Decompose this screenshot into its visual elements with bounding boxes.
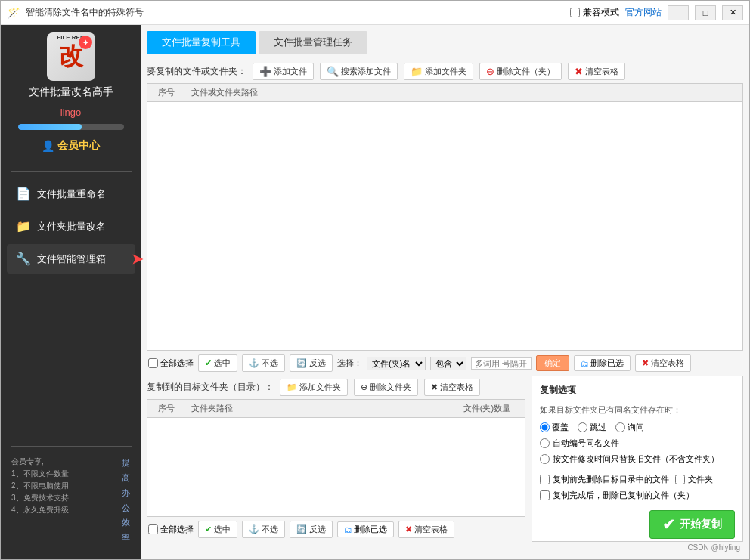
post-delete-check[interactable]: 复制完成后，删除已复制的文件（夹）	[540, 490, 735, 501]
member-center-btn[interactable]: 👤 会员中心	[42, 139, 100, 153]
delete-sel-label: 删除已选	[590, 357, 624, 369]
compatible-mode-checkbox[interactable]	[570, 8, 580, 17]
dest-clear-btn[interactable]: ✖ 清空表格	[424, 379, 480, 396]
title-bar: 🪄 智能清除文件名中的特殊符号 兼容模式 官方网站 — □ ✕	[1, 1, 749, 25]
clear-filter-label: 清空表格	[651, 357, 684, 369]
options-title: 复制选项	[540, 384, 735, 397]
filter-confirm-btn[interactable]: 确定	[536, 355, 569, 371]
pre-delete-checkbox[interactable]	[540, 475, 550, 484]
by-time-label: 按文件修改时间只替换旧文件（不含文件夹）	[553, 453, 719, 465]
ask-radio[interactable]: 询问	[615, 422, 644, 433]
dest-reverse-icon: 🔄	[296, 524, 307, 534]
reverse-btn[interactable]: 🔄 反选	[290, 354, 333, 372]
sidebar-item-rename[interactable]: 📄 文件批量重命名	[7, 179, 135, 209]
sidebar-item-smart[interactable]: 🔧 文件智能管理箱 ➤	[7, 244, 135, 274]
delete-selected-btn[interactable]: 🗂 删除已选	[574, 355, 631, 371]
delete-sel-icon: 🗂	[581, 359, 589, 368]
dest-table-header: 序号 文件夹路径 文件(夹)数量	[147, 400, 525, 418]
dest-del-folder-icon: ⊖	[361, 382, 367, 392]
dest-anchor-icon: ⚓	[249, 524, 259, 534]
filter-condition-select[interactable]: 包含	[430, 357, 466, 370]
uncheck-label: 不选	[262, 357, 278, 369]
del-file-btn[interactable]: ⊖ 删除文件（夹）	[479, 63, 562, 80]
csdn-credit: CSDN @hlyling	[147, 542, 743, 553]
minimize-button[interactable]: —	[668, 5, 689, 20]
dest-delete-sel-icon: 🗂	[344, 525, 352, 534]
start-copy-btn[interactable]: ✔ 开始复制	[649, 510, 735, 539]
tab-bar: 文件批量复制工具 文件批量管理任务	[141, 25, 749, 54]
dest-uncheck-btn[interactable]: ⚓ 不选	[242, 521, 285, 538]
tab-manage-tasks[interactable]: 文件批量管理任务	[259, 31, 367, 54]
filter-input[interactable]	[471, 357, 532, 370]
member-icon: 👤	[42, 140, 54, 152]
dest-select-all-label: 全部选择	[160, 524, 194, 535]
title-bar-right: 兼容模式 官方网站 — □ ✕	[570, 5, 743, 20]
auto-rename-check[interactable]: 自动编号同名文件	[540, 438, 735, 449]
magic-wand-icon: 🪄	[7, 7, 20, 19]
app-title: 文件批量改名高手	[29, 85, 113, 99]
uncheck-btn[interactable]: ⚓ 不选	[242, 354, 285, 372]
dest-select-all-check[interactable]: 全部选择	[148, 524, 194, 535]
select-checked-label: 选中	[214, 357, 231, 369]
add-folder-btn[interactable]: 📁 添加文件夹	[404, 63, 473, 80]
post-delete-checkbox[interactable]	[540, 490, 550, 500]
dest-del-folder-btn[interactable]: ⊖ 删除文件夹	[354, 379, 418, 396]
pre-delete-label: 复制前先删除目标目录中的文件	[553, 474, 669, 485]
dest-delete-sel-label: 删除已选	[354, 524, 387, 535]
dest-col-seq: 序号	[147, 403, 185, 414]
overwrite-label: 覆盖	[552, 422, 569, 433]
dest-select-checked-btn[interactable]: ✔ 选中	[198, 521, 237, 538]
dest-clear-table-label: 清空表格	[414, 524, 448, 535]
skip-label: 跳过	[590, 422, 606, 433]
dest-delete-selected-btn[interactable]: 🗂 删除已选	[337, 521, 394, 537]
progress-bar-fill	[18, 124, 82, 130]
select-all-checkbox[interactable]	[148, 358, 158, 368]
sidebar: FILE REN 改 ✦ 文件批量改名高手 lingo 👤 会员中心	[1, 25, 141, 559]
pre-delete-folder-checkbox[interactable]	[675, 475, 685, 484]
source-section-header: 要复制的文件或文件夹： ➕ 添加文件 🔍 搜索添加文件 📁 添加文件夹 ⊖	[147, 60, 743, 83]
skip-radio[interactable]: 跳过	[578, 422, 606, 433]
dest-clear-label: 清空表格	[440, 382, 473, 393]
sidebar-bottom: 会员专享, 1、不限文件数量 2、不限电脑使用 3、免费技术支持 4、永久免费升…	[1, 443, 141, 552]
dest-add-folder-btn[interactable]: 📁 添加文件夹	[280, 379, 348, 396]
arrow-indicator: ➤	[132, 251, 143, 268]
dest-reverse-btn[interactable]: 🔄 反选	[290, 521, 333, 538]
dest-clear-table-btn[interactable]: ✖ 清空表格	[398, 521, 454, 538]
select-checked-btn[interactable]: ✔ 选中	[198, 354, 237, 372]
efficiency-text: 提 高 办 公 效 率	[122, 456, 130, 546]
options-panel: 复制选项 如果目标文件夹已有同名文件存在时： 覆盖 跳过	[532, 376, 743, 542]
title-bar-left: 🪄 智能清除文件名中的特殊符号	[7, 6, 144, 19]
maximize-button[interactable]: □	[695, 5, 716, 20]
conflict-radio-group: 覆盖 跳过 询问	[540, 422, 735, 433]
clear-filter-table-btn[interactable]: ✖ 清空表格	[635, 354, 691, 372]
reverse-label: 反选	[309, 357, 326, 369]
add-file-label: 添加文件	[274, 66, 307, 77]
overwrite-radio[interactable]: 覆盖	[540, 422, 569, 433]
add-file-icon: ➕	[259, 66, 271, 77]
dest-select-all-checkbox[interactable]	[148, 524, 158, 534]
dest-clear-icon: ✖	[431, 382, 438, 392]
dest-section-header: 复制到的目标文件夹（目录）： 📁 添加文件夹 ⊖ 删除文件夹 ✖	[147, 376, 525, 399]
official-site-link[interactable]: 官方网站	[625, 6, 662, 19]
member-benefits-text: 会员专享, 1、不限文件数量 2、不限电脑使用 3、免费技术支持 4、永久免费升…	[11, 456, 122, 546]
pre-delete-check[interactable]: 复制前先删除目标目录中的文件 文件夹	[540, 474, 735, 485]
add-file-btn[interactable]: ➕ 添加文件	[253, 63, 314, 80]
sidebar-item-folder[interactable]: 📁 文件夹批量改名	[7, 212, 135, 241]
select-all-check[interactable]: 全部选择	[148, 357, 194, 369]
close-button[interactable]: ✕	[722, 5, 743, 20]
del-icon: ⊖	[486, 66, 494, 77]
dest-clear-table-icon: ✖	[405, 524, 412, 534]
rename-icon: 📄	[16, 187, 31, 201]
clear-source-btn[interactable]: ✖ 清空表格	[568, 63, 625, 80]
filter-type-select[interactable]: 文件(夹)名	[367, 357, 426, 370]
by-time-check[interactable]: 按文件修改时间只替换旧文件（不含文件夹）	[540, 453, 735, 465]
logo-area: FILE REN 改 ✦ 文件批量改名高手 lingo 👤 会员中心	[18, 32, 124, 159]
search-add-btn[interactable]: 🔍 搜索添加文件	[320, 63, 398, 80]
dest-label: 复制到的目标文件夹（目录）：	[147, 381, 274, 394]
dest-col-count: 文件(夹)数量	[449, 403, 525, 414]
clear-source-icon: ✖	[575, 66, 583, 77]
clear-filter-icon: ✖	[642, 358, 649, 368]
source-table-body	[147, 102, 742, 350]
search-icon: 🔍	[327, 66, 339, 77]
tab-copy-tool[interactable]: 文件批量复制工具	[147, 31, 256, 54]
